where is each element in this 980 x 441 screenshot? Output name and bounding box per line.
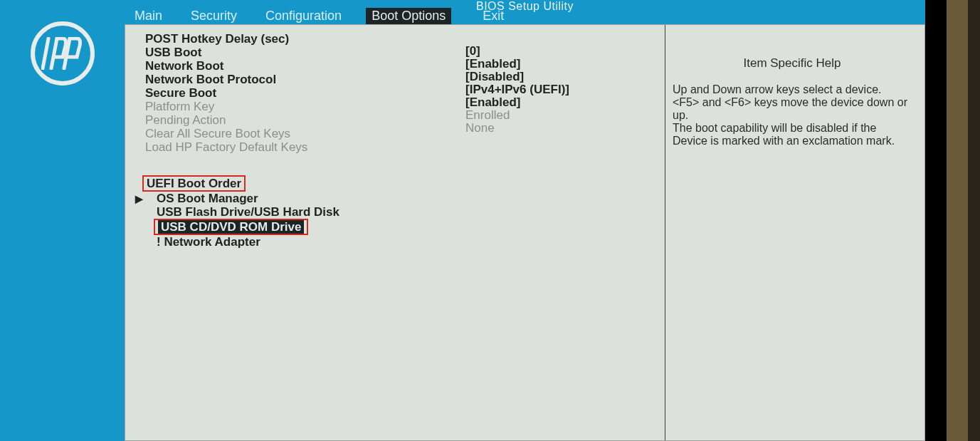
tab-configuration[interactable]: Configuration [261,8,346,24]
tab-bar: Main Security Configuration Boot Options… [125,7,925,24]
pointer-icon: ▶ [135,192,143,206]
opt-network-proto[interactable]: Network Boot Protocol [145,73,465,86]
tab-boot-options[interactable]: Boot Options [366,8,451,24]
values-panel: [0] [Enabled] [Disabled] [IPv4+IPv6 (UEF… [465,25,665,440]
tab-security[interactable]: Security [186,8,241,24]
help-panel: Item Specific Help Up and Down arrow key… [665,25,924,440]
val-pending-action: None [465,122,665,135]
opt-platform-key: Platform Key [145,100,465,113]
boot-order-heading: UEFI Boot Order [145,175,465,192]
opt-usb-boot[interactable]: USB Boot [145,46,465,59]
options-panel: POST Hotkey Delay (sec) USB Boot Network… [125,25,465,440]
opt-secure-boot[interactable]: Secure Boot [145,86,465,100]
opt-pending-action: Pending Action [145,113,465,127]
opt-clear-keys[interactable]: Clear All Secure Boot Keys [145,127,465,140]
tab-main[interactable]: Main [130,8,167,24]
help-title: Item Specific Help [673,56,912,71]
help-line-3: The boot capability will be disabled if … [673,122,912,147]
help-line-2: <F5> and <F6> keys move the device down … [673,96,912,122]
photo-edge [925,0,980,441]
boot-item-os-manager[interactable]: ▶ OS Boot Manager [145,192,465,205]
val-platform-key: Enrolled [465,109,665,122]
boot-item-usb-flash[interactable]: USB Flash Drive/USB Hard Disk [145,205,465,219]
help-line-1: Up and Down arrow keys select a device. [673,83,912,96]
opt-network-boot[interactable]: Network Boot [145,59,465,73]
boot-item-usb-cddvd[interactable]: USB CD/DVD ROM Drive [145,219,465,235]
opt-load-defaults[interactable]: Load HP Factory Default Keys [145,140,465,154]
opt-post-delay[interactable]: POST Hotkey Delay (sec) [145,32,465,46]
tab-exit[interactable]: Exit [478,8,508,24]
val-network-proto[interactable]: [IPv4+IPv6 (UEFI)] [465,83,665,96]
val-network-boot[interactable]: [Disabled] [465,71,665,83]
boot-item-network-adapter[interactable]: ! Network Adapter [145,235,465,249]
val-secure-boot[interactable]: [Enabled] [465,96,665,109]
val-usb-boot[interactable]: [Enabled] [465,58,665,71]
hp-logo [31,21,95,85]
val-post-delay[interactable]: [0] [465,45,665,58]
